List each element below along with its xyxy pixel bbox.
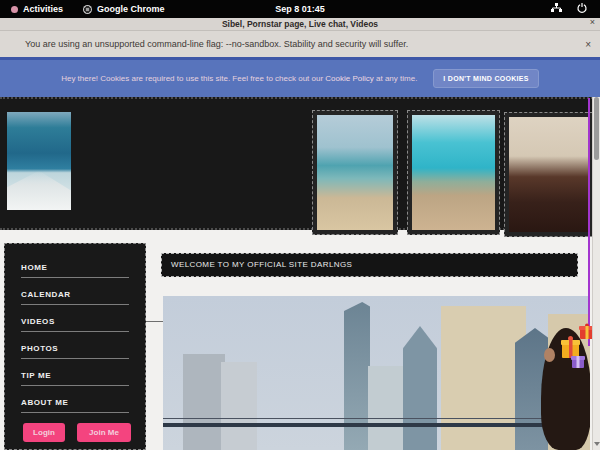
flag-warning-text: You are using an unsupported command-lin… [25,39,408,49]
app-menu-button[interactable]: Google Chrome [83,4,165,14]
welcome-heading: WELCOME TO MY OFFICIAL SITE DARLNGS [161,253,578,277]
building-shape [183,354,225,450]
app-menu-label: Google Chrome [97,4,165,14]
scrollbar-thumb[interactable] [594,97,599,160]
window-title-bar: Sibel, Pornstar page, Live chat, Videos … [0,17,600,31]
activities-indicator-icon [11,6,18,13]
activities-label: Activities [23,4,63,14]
window-title: Sibel, Pornstar page, Live chat, Videos [222,19,378,29]
sidebar-item-home[interactable]: HOME [5,251,145,272]
cookie-message: Hey there! Cookies are required to use t… [61,74,417,83]
close-icon[interactable]: × [590,17,595,27]
balcony-rail [163,423,590,427]
power-icon[interactable] [577,3,587,15]
photo-thumbnail-beach-1[interactable] [312,110,398,235]
network-icon[interactable] [551,3,562,15]
person-silhouette [544,348,555,362]
chrome-icon [83,5,92,14]
gift-icon[interactable] [559,322,595,368]
sidebar-item-tip-me[interactable]: TIP ME [5,359,145,380]
cookie-accept-button[interactable]: I DON'T MIND COOKIES [433,69,538,88]
join-button[interactable]: Join Me [77,423,131,442]
page-border-line [588,98,590,346]
photo-thumbnail-beach-2[interactable] [407,110,500,235]
thumbnail-image [412,115,495,230]
building-shape [221,362,257,450]
sidebar-nav: HOME CALENDAR VIDEOS PHOTOS TIP ME ABOUT… [4,243,146,450]
login-button[interactable]: Login [23,423,65,442]
thumbnail-image [509,117,588,232]
sidebar-item-calendar[interactable]: CALENDAR [5,278,145,299]
main-photo [163,296,590,450]
hero-photo-boat[interactable] [7,112,71,210]
balcony-rail [163,418,590,419]
cookie-policy-link[interactable]: Cookie Policy [325,74,373,83]
building-shape [344,302,370,450]
activities-button[interactable]: Activities [11,4,63,14]
sidebar-item-photos[interactable]: PHOTOS [5,332,145,353]
building-shape [441,306,526,450]
building-shape [403,326,437,450]
cookie-banner: Hey there! Cookies are required to use t… [0,57,600,97]
sidebar-item-about-me[interactable]: ABOUT ME [5,386,145,407]
gnome-top-bar: Activities Google Chrome Sep 8 01:45 [0,0,600,18]
photo-thumbnail-couch[interactable] [504,112,593,237]
flag-warning-bar: You are using an unsupported command-lin… [0,31,600,57]
thumbnail-image [317,115,393,230]
warning-close-icon[interactable]: × [585,39,591,50]
sidebar-item-videos[interactable]: VIDEOS [5,305,145,326]
scrollbar[interactable] [592,57,600,450]
scroll-down-icon[interactable] [594,442,600,446]
